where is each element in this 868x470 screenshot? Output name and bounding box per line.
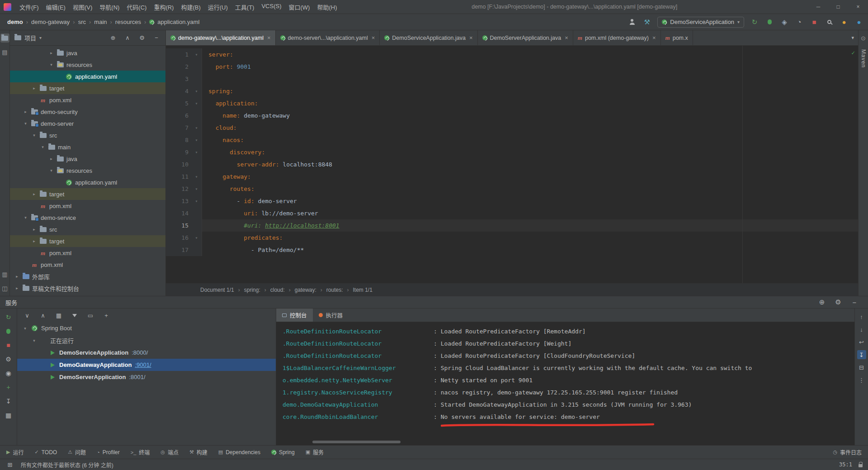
chevron-icon[interactable]: ▾ (23, 326, 28, 331)
lock-icon[interactable] (859, 464, 863, 467)
code-line[interactable]: 14 uri: lb://demo-server (166, 207, 858, 219)
console-tab[interactable]: 控制台 (276, 309, 313, 322)
editor-tab[interactable]: DemoServerApplication.java× (478, 30, 573, 45)
close-tab-icon[interactable]: × (652, 34, 656, 41)
chevron-icon[interactable]: ▸ (23, 109, 28, 114)
chevron-icon[interactable]: ▸ (32, 192, 37, 196)
hide-panel-icon[interactable]: − (850, 298, 859, 307)
service-item[interactable]: DemoGatewayApplication:9001/ (17, 359, 276, 371)
expand-all-icon[interactable]: ∨ (23, 311, 32, 320)
toolwindow-button[interactable]: >_终端 (131, 448, 150, 456)
menu-item[interactable]: 编辑(E) (42, 1, 69, 13)
caret-position[interactable]: 35:1 (839, 461, 852, 468)
fold-icon[interactable]: ▾ (191, 85, 202, 97)
menu-item[interactable]: 导航(N) (96, 1, 123, 13)
settings-gear-icon[interactable]: ⚙ (137, 33, 146, 43)
console-output[interactable]: .RouteDefinitionRouteLocator: Loaded Rou… (276, 322, 854, 445)
close-tab-icon[interactable]: × (565, 34, 568, 41)
filter-icon[interactable] (70, 311, 79, 320)
project-item[interactable]: ▸src (10, 223, 165, 235)
toolwindow-button[interactable]: ⚠问题 (68, 448, 86, 456)
menu-item[interactable]: 代码(C) (123, 1, 150, 13)
menu-item[interactable]: 帮助(H) (313, 1, 340, 13)
fold-icon[interactable]: ▾ (191, 183, 202, 195)
rerun-icon[interactable]: ↻ (750, 18, 759, 27)
settings-gear-icon[interactable]: ⚙ (834, 298, 843, 307)
editor-tab[interactable]: mpom.xml (demo-gateway)× (573, 30, 661, 45)
soft-wrap-icon[interactable]: ↩ (857, 337, 866, 347)
editor-breadcrumb-item[interactable]: gateway: (295, 287, 316, 293)
project-item[interactable]: ▾src (10, 129, 165, 141)
grid-icon[interactable]: ▦ (4, 410, 14, 420)
project-item[interactable]: ▾demo-service (10, 212, 165, 223)
collapse-all-icon[interactable]: ∧ (38, 311, 47, 320)
chevron-icon[interactable]: ▾ (32, 133, 37, 138)
code-line[interactable]: 13▾ - id: demo-server (166, 195, 858, 207)
code-line[interactable]: 8▾ nacos: (166, 134, 858, 146)
project-item[interactable]: mpom.xml (10, 200, 165, 212)
service-port-link[interactable]: :8001/ (129, 374, 145, 380)
editor-tab[interactable]: mpom.x (661, 30, 693, 45)
more-options-icon[interactable]: ⋮ (857, 375, 866, 385)
code-line[interactable]: 6 name: demo-gatewawy (166, 109, 858, 122)
wrench-icon[interactable]: ⚙ (4, 354, 14, 364)
fold-icon[interactable]: ▾ (191, 232, 202, 244)
menu-item[interactable]: 工具(T) (231, 1, 258, 13)
scroll-up-icon[interactable]: ↑ (857, 312, 866, 321)
project-item[interactable]: ▸target (10, 235, 165, 247)
code-line[interactable]: 12▾ routes: (166, 183, 858, 195)
chevron-icon[interactable]: ▸ (14, 286, 19, 290)
project-view-dropdown-icon[interactable]: ▾ (39, 35, 42, 40)
code-line[interactable]: 17 - Path=/demo/** (166, 244, 858, 256)
editor-tab[interactable]: demo-server\...\application.yaml× (276, 30, 380, 45)
editor-breadcrumb-item[interactable]: Item 1/1 (353, 287, 373, 293)
menu-item[interactable]: 构建(B) (177, 1, 204, 13)
add-icon[interactable]: + (4, 382, 14, 392)
search-everywhere-icon[interactable] (825, 18, 834, 27)
fold-icon[interactable]: ▾ (191, 171, 202, 183)
close-tab-icon[interactable]: × (372, 34, 375, 41)
toolwindow-button[interactable]: ▣服务 (306, 448, 324, 456)
fold-icon[interactable]: ▾ (191, 122, 202, 134)
toolwindow-button[interactable]: ◎端点 (160, 448, 179, 456)
scroll-down-icon[interactable]: ↓ (857, 325, 866, 334)
scroll-to-icon[interactable]: ↧ (4, 396, 14, 406)
chevron-icon[interactable]: ▾ (32, 338, 37, 343)
chevron-icon[interactable]: ▸ (32, 239, 37, 243)
chevron-icon[interactable]: ▸ (32, 86, 37, 90)
service-item[interactable]: DemoServerApplication:8001/ (17, 371, 276, 383)
add-service-icon[interactable]: + (102, 311, 111, 320)
project-item[interactable]: ▾main (10, 141, 165, 153)
browser-icon[interactable]: ⊕ (817, 298, 826, 307)
menu-item[interactable]: 重构(R) (150, 1, 177, 13)
toolwindow-stripe-button-2[interactable]: ◫ (0, 284, 9, 293)
code-line[interactable]: 15 #uri: http://localhost:8001 (166, 219, 858, 232)
breadcrumb-item[interactable]: application.yaml (157, 19, 199, 25)
collapse-all-icon[interactable]: ∧ (123, 33, 132, 43)
fold-icon[interactable]: ▾ (191, 134, 202, 146)
stop-icon[interactable]: ■ (4, 340, 14, 350)
breadcrumb-item[interactable]: demo (7, 19, 23, 25)
close-button[interactable]: × (848, 0, 868, 14)
group-by-icon[interactable]: ▦ (54, 311, 63, 320)
project-item[interactable]: ▸target (10, 82, 165, 94)
project-item[interactable]: ▸外部库 (10, 271, 165, 282)
service-item[interactable]: ▾正在运行 (17, 334, 276, 347)
menu-item[interactable]: 窗口(W) (285, 1, 314, 13)
service-item[interactable]: DemoServiceApplication:8000/ (17, 347, 276, 359)
editor-tab[interactable]: demo-gateway\...\application.yaml× (166, 30, 276, 45)
breadcrumb-item[interactable]: demo-gateway (31, 19, 70, 25)
locate-file-icon[interactable]: ⊕ (108, 33, 118, 43)
user-settings-icon[interactable] (627, 18, 637, 27)
close-tab-icon[interactable]: × (469, 34, 473, 41)
menu-item[interactable]: VCS(S) (258, 1, 285, 13)
project-item[interactable]: ▾resources (10, 165, 165, 176)
menu-item[interactable]: 视图(V) (69, 1, 96, 13)
editor-breadcrumb-item[interactable]: Document 1/1 (200, 287, 234, 293)
code-editor[interactable]: ✓ 1▾server:2 port: 900134▾spring:5▾ appl… (166, 46, 858, 283)
code-line[interactable]: 1▾server: (166, 48, 858, 61)
build-hammer-icon[interactable]: ⚒ (642, 18, 651, 27)
toolwindow-button[interactable]: ◔Profiler (97, 449, 120, 456)
updates-icon[interactable]: ● (840, 18, 849, 27)
chevron-icon[interactable]: ▾ (23, 215, 28, 220)
